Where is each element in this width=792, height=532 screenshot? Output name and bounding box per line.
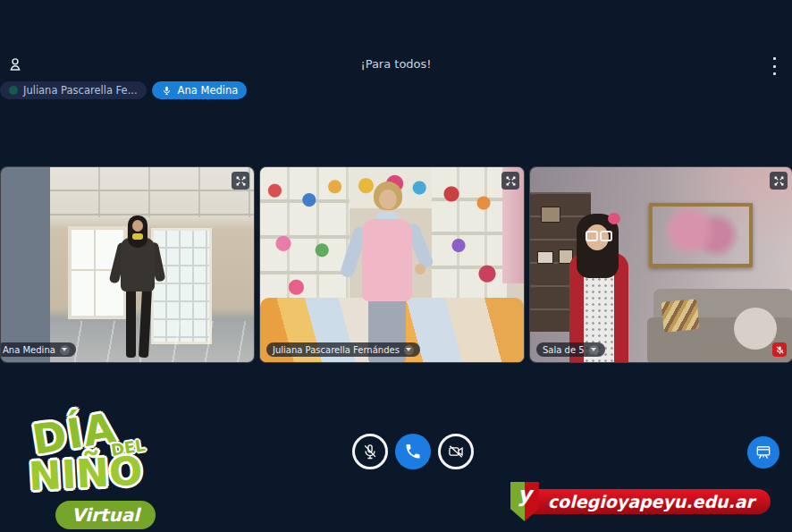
logo-badge-virtual: Virtual bbox=[55, 501, 156, 529]
tile-name-pill[interactable]: Sala de 5 bbox=[536, 342, 605, 357]
camera-off-button[interactable] bbox=[438, 434, 474, 469]
person-face bbox=[379, 190, 397, 209]
photo-frame bbox=[537, 251, 553, 264]
video-tile-sala-de-5: Sala de 5 bbox=[529, 166, 792, 363]
chevron-down-icon bbox=[404, 345, 414, 355]
mic-icon bbox=[161, 85, 173, 97]
meeting-window: ¡Para todos! Juliana Pascarella Fe... An… bbox=[0, 0, 792, 532]
hang-up-button[interactable] bbox=[395, 434, 431, 469]
ceiling-tiles bbox=[50, 167, 254, 217]
video-feed bbox=[260, 167, 524, 362]
school-brand-banner: colegioyapeyu.edu.ar y bbox=[523, 489, 771, 514]
participants-bar: Juliana Pascarella Fe... Ana Medina bbox=[0, 81, 247, 99]
wall-painting bbox=[649, 203, 753, 267]
participant-pill-label: Juliana Pascarella Fe... bbox=[23, 84, 138, 97]
school-url: colegioyapeyu.edu.ar bbox=[523, 489, 771, 514]
wall bbox=[1, 167, 50, 362]
video-tile-ana-medina: Ana Medina bbox=[0, 166, 255, 363]
chevron-down-icon bbox=[60, 345, 70, 355]
video-feed bbox=[1, 167, 254, 362]
video-tile-juliana: Juliana Pascarella Fernándes bbox=[259, 166, 525, 363]
hair-flower bbox=[608, 213, 620, 224]
person-hand bbox=[415, 264, 425, 274]
dia-del-nino-logo: DÍA DEL NIÑO Virtual bbox=[23, 411, 202, 529]
glasses bbox=[586, 231, 598, 241]
pink-vest bbox=[362, 219, 412, 301]
participant-pill-label: Ana Medina bbox=[178, 84, 239, 97]
yellow-scarf bbox=[132, 233, 143, 240]
round-cushion bbox=[734, 308, 777, 350]
tile-name-label: Juliana Pascarella Fernándes bbox=[273, 345, 400, 355]
expand-icon[interactable] bbox=[501, 172, 519, 190]
striped-cushion bbox=[661, 299, 699, 333]
video-feed bbox=[530, 167, 792, 362]
presence-dot bbox=[9, 86, 18, 95]
participant-pill-juliana[interactable]: Juliana Pascarella Fe... bbox=[0, 81, 147, 99]
participant-pill-ana[interactable]: Ana Medina bbox=[152, 81, 248, 99]
photo-frame bbox=[541, 207, 560, 223]
mic-muted-icon bbox=[772, 342, 787, 357]
toys bbox=[434, 171, 505, 300]
mic-off-button[interactable] bbox=[352, 434, 388, 469]
chevron-down-icon bbox=[589, 345, 599, 355]
tiled-floor bbox=[50, 321, 254, 362]
toys bbox=[262, 171, 348, 303]
tile-name-label: Ana Medina bbox=[3, 345, 55, 355]
tile-name-pill[interactable]: Juliana Pascarella Fernándes bbox=[266, 342, 420, 357]
broadcast-message: ¡Para todos! bbox=[0, 57, 792, 71]
expand-icon[interactable] bbox=[232, 172, 249, 190]
kebab-menu-icon[interactable] bbox=[767, 56, 781, 76]
whiteboard-share-button[interactable] bbox=[747, 436, 779, 469]
tile-name-label: Sala de 5 bbox=[543, 345, 585, 355]
school-shield-logo: y bbox=[510, 482, 539, 521]
person-leg bbox=[126, 288, 136, 358]
glasses bbox=[600, 231, 612, 241]
logo-word-nino: NIÑO bbox=[28, 452, 144, 497]
video-grid: Ana Medina bbox=[0, 166, 792, 363]
expand-icon[interactable] bbox=[770, 172, 788, 190]
call-controls bbox=[352, 434, 474, 469]
tile-name-pill[interactable]: Ana Medina bbox=[0, 342, 76, 357]
person-face bbox=[132, 220, 143, 232]
